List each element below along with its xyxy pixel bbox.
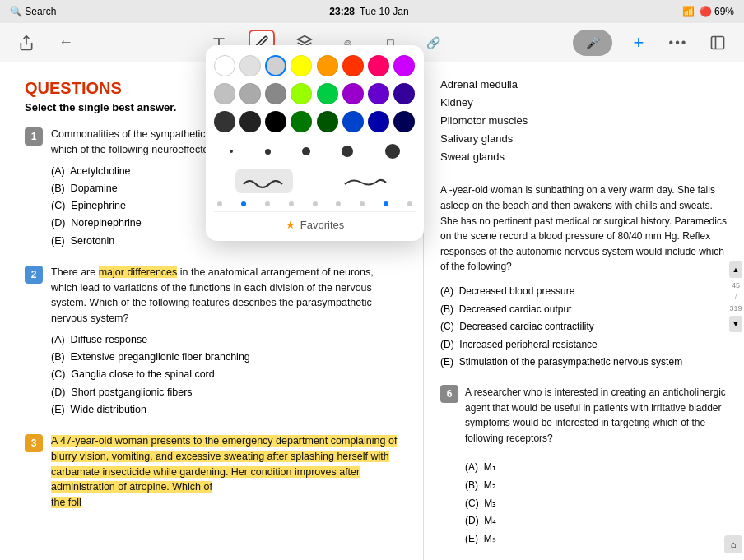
share-button[interactable] [13,30,40,56]
pagination-dots [214,200,416,211]
q5-scenario: A -year-old woman is sunbathing on a ver… [440,183,728,275]
question-3: 3 A 47-year-old woman presents to the em… [25,433,398,511]
stroke-style-row [214,165,416,200]
color-grid-row3 [214,111,416,132]
q6-option-a: (A) M₁ [465,459,728,477]
color-swatch-gray3[interactable] [265,83,286,104]
color-swatch-dark1[interactable] [214,111,235,132]
color-swatch-green[interactable] [317,83,338,104]
color-swatch-pink[interactable] [368,55,389,76]
color-picker-popup: ★ Favorites [206,45,424,241]
q2-option-e: (E) Wide distribution [51,401,398,419]
battery-icon: 🔴 69% [700,6,734,17]
stroke-wavy-button[interactable] [235,169,293,193]
size-xlarge[interactable] [385,144,400,159]
color-swatch-dark2[interactable] [239,111,261,132]
page-dot-4[interactable] [289,201,294,206]
q6-option-b: (B) M₂ [465,477,728,495]
status-search: 🔍 Search [10,6,56,17]
color-grid-row2 [214,83,416,104]
color-swatch-medium-gray[interactable] [265,55,286,76]
page-dot-1[interactable] [217,201,222,206]
q5-option-d: (D) Increased peripheral resistance [440,336,728,354]
q5-option-a: (A) Decreased blood pressure [440,283,728,301]
right-panel: Adrenal medulla Kidney Pilomotor muscles… [423,62,744,560]
stroke-smooth-button[interactable] [337,169,394,193]
favorites-star-icon: ★ [286,219,295,231]
q6-options: (A) M₁ (B) M₂ (C) M₃ (D) M₄ (E) M₅ [465,459,728,548]
color-swatch-blue[interactable] [342,111,364,132]
size-large[interactable] [342,146,353,157]
color-swatch-orange[interactable] [317,55,338,76]
q5-option-e: (E) Stimulation of the parasympathetic n… [440,354,728,372]
q6-number: 6 [440,385,458,403]
list-salivary: Salivary glands [440,130,728,148]
q2-option-c: (C) Ganglia close to the spinal cord [51,366,398,383]
page-45: 45 [729,281,742,289]
color-swatch-black[interactable] [265,111,286,132]
home-button[interactable]: ⌂ [724,535,742,553]
mic-button[interactable]: 🎤 [573,30,612,56]
q1-number: 1 [25,127,43,146]
q5-option-b: (B) Decreased cardiac output [440,301,728,319]
status-date: Tue 10 Jan [360,6,409,17]
scroll-down-button[interactable]: ▼ [729,316,742,332]
q6-block: 6 A researcher who is interested in crea… [440,385,728,548]
color-swatch-gray1[interactable] [214,83,235,104]
list-sweat: Sweat glands [440,148,728,166]
color-swatch-dark-blue[interactable] [368,111,389,132]
color-swatch-white[interactable] [214,55,235,76]
q6-scenario: A researcher who is interested in creati… [465,385,728,446]
divider: / [729,293,742,301]
q6-option-d: (D) M₄ [465,512,728,530]
sidebar-button[interactable] [704,30,731,56]
color-swatch-red[interactable] [342,55,364,76]
list-pilomotor: Pilomotor muscles [440,112,728,130]
page-dot-5[interactable] [313,201,318,206]
list-items: Adrenal medulla Kidney Pilomotor muscles… [440,76,728,166]
q3-number: 3 [25,434,43,452]
status-time: 23:28 [329,6,355,17]
color-swatch-purple[interactable] [393,55,415,76]
q5-option-c: (C) Decreased cardiac contractility [440,318,728,336]
page-dot-2[interactable] [241,201,246,206]
color-swatch-dark-green[interactable] [291,111,312,132]
size-tiny[interactable] [230,150,233,153]
svg-rect-0 [712,36,724,49]
q2-option-d: (D) Short postganglionic fibers [51,384,398,401]
size-small[interactable] [265,149,271,155]
list-kidney: Kidney [440,94,728,112]
list-adrenal: Adrenal medulla [440,76,728,94]
color-swatch-yellow[interactable] [291,55,312,76]
scroll-controls: ▲ 45 / 319 ▼ [729,261,742,332]
favorites-row[interactable]: ★ Favorites [214,211,416,234]
favorites-label: Favorites [300,219,344,231]
more-options-button[interactable]: ••• [665,30,691,56]
color-swatch-violet[interactable] [342,83,364,104]
scroll-up-button[interactable]: ▲ [729,261,742,278]
size-medium[interactable] [302,147,310,155]
q3-text: A 47-year-old woman presents to the emer… [51,433,398,511]
color-swatch-lime[interactable] [291,83,312,104]
question-2: 2 There are major differences in the ana… [25,265,398,419]
q2-text: There are major differences in the anato… [51,265,398,326]
color-swatch-midnight[interactable] [393,111,415,132]
q2-number: 2 [25,266,43,284]
back-button[interactable]: ← [53,30,79,56]
page-dot-7[interactable] [360,201,365,206]
wifi-icon: 📶 [682,6,695,17]
link-tool-button[interactable]: 🔗 [420,30,446,56]
color-swatch-light-gray[interactable] [239,55,261,76]
page-dot-3[interactable] [265,201,270,206]
add-button[interactable]: + [625,30,652,56]
color-swatch-forest[interactable] [317,111,338,132]
q6-option-c: (C) M₃ [465,495,728,513]
color-swatch-navy[interactable] [393,83,415,104]
q2-option-b: (B) Extensive preganglionic fiber branch… [51,349,398,366]
page-dot-9[interactable] [407,201,412,206]
page-dot-6[interactable] [336,201,341,206]
page-total: 319 [729,304,742,312]
color-swatch-gray2[interactable] [239,83,261,104]
page-dot-8[interactable] [384,201,388,206]
color-swatch-dark-purple[interactable] [368,83,389,104]
